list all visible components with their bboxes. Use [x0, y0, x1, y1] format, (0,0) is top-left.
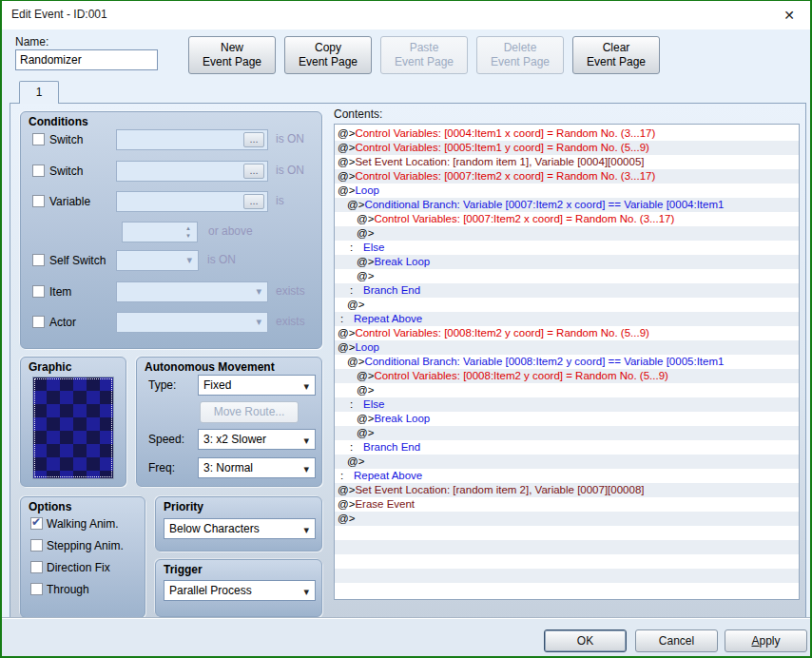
variable-value-spinner[interactable]: ▲▼	[122, 222, 198, 242]
condition-item-suffix: exists	[276, 284, 305, 298]
paste-event-page-button: PasteEvent Page	[380, 36, 468, 74]
empty-list-row	[335, 569, 799, 583]
variable-browse-button[interactable]: ...	[243, 194, 264, 209]
command-prefix: @>	[338, 142, 355, 153]
movement-type-dropdown[interactable]: Fixed ▾	[198, 375, 316, 396]
condition-switch1-checkbox[interactable]	[32, 133, 45, 145]
event-command-row[interactable]: :Repeat Above	[335, 469, 799, 483]
option-label: Walking Anim.	[47, 517, 119, 531]
event-command-row[interactable]: @>Control Variables: [0008:Item2 y coord…	[335, 326, 799, 340]
event-graphic-tile[interactable]	[32, 377, 114, 479]
event-command-row[interactable]: @>Conditional Branch: Variable [0008:Ite…	[335, 355, 799, 369]
movement-title: Autonomous Movement	[145, 360, 275, 374]
branch-colon-prefix: :	[340, 469, 354, 483]
switch1-browse-button[interactable]: ...	[243, 132, 264, 147]
condition-actor-checkbox[interactable]	[32, 316, 45, 328]
options-title: Options	[29, 500, 71, 513]
command-text: Erase Event	[355, 498, 415, 510]
empty-list-row	[335, 540, 799, 554]
trigger-dropdown[interactable]: Parallel Process ▾	[164, 580, 316, 601]
command-text: Control Variables: [0008:Item2 y coord] …	[374, 370, 667, 381]
event-command-row[interactable]: @>Control Variables: [0005:Item1 y coord…	[335, 141, 799, 155]
footer-bar: OKCancelApply	[2, 617, 810, 656]
copy-event-page-button[interactable]: CopyEvent Page	[284, 36, 372, 74]
command-text: Set Event Location: [random item 2], Var…	[355, 484, 644, 495]
move-route-button: Move Route...	[200, 401, 299, 423]
event-command-row[interactable]: @>Control Variables: [0008:Item2 y coord…	[335, 369, 799, 383]
priority-dropdown[interactable]: Below Characters ▾	[164, 518, 316, 539]
movement-panel: Autonomous Movement Type: Fixed ▾ Move R…	[136, 357, 322, 487]
new-event-page-button[interactable]: NewEvent Page	[188, 36, 276, 74]
condition-item-dropdown: ▾	[116, 281, 268, 302]
condition-item-checkbox[interactable]	[32, 285, 45, 298]
event-command-row[interactable]: @>	[335, 298, 799, 312]
command-prefix: @>	[338, 327, 355, 339]
apply-button[interactable]: Apply	[725, 629, 807, 652]
command-prefix: @>	[357, 427, 374, 438]
movement-speed-label: Speed:	[148, 433, 184, 446]
command-prefix: @>	[338, 513, 355, 524]
condition-actor-label: Actor	[49, 316, 76, 329]
event-command-row[interactable]: @>Conditional Branch: Variable [0007:Ite…	[335, 198, 799, 212]
option-checkbox-stepping-anim[interactable]	[30, 539, 43, 552]
option-checkbox-through[interactable]	[30, 583, 43, 595]
movement-speed-dropdown[interactable]: 3: x2 Slower ▾	[198, 429, 316, 450]
spinner-arrows-icon[interactable]: ▲▼	[182, 224, 195, 240]
event-command-row[interactable]: :Else	[335, 397, 799, 412]
event-command-row[interactable]: @>	[335, 512, 799, 526]
command-text: Else	[363, 398, 384, 410]
event-command-row[interactable]: @>Break Loop	[335, 412, 799, 426]
command-text: Break Loop	[374, 413, 430, 424]
event-command-row[interactable]: @>	[335, 426, 799, 440]
event-command-row[interactable]: @>	[335, 383, 799, 397]
option-checkbox-direction-fix[interactable]	[30, 561, 43, 573]
command-text: Conditional Branch: Variable [0008:Item2…	[364, 356, 724, 367]
command-prefix: @>	[357, 370, 374, 381]
switch2-browse-button[interactable]: ...	[243, 164, 264, 179]
condition-selfswitch-checkbox[interactable]	[32, 254, 45, 266]
command-prefix: @>	[357, 384, 374, 396]
branch-colon-prefix: :	[350, 440, 363, 455]
graphic-title: Graphic	[29, 360, 71, 374]
name-input[interactable]	[15, 49, 158, 70]
event-command-row[interactable]: :Branch End	[335, 440, 799, 455]
command-text: Control Variables: [0004:Item1 x coord] …	[355, 127, 655, 139]
event-command-row[interactable]: @>Break Loop	[335, 255, 799, 269]
event-command-row[interactable]: @>Control Variables: [0004:Item1 x coord…	[335, 126, 799, 141]
event-command-row[interactable]: @>Loop	[335, 184, 799, 198]
event-command-row[interactable]: :Branch End	[335, 283, 799, 298]
check-icon: ✔	[31, 515, 41, 529]
condition-item-label: Item	[49, 285, 71, 299]
condition-variable-checkbox[interactable]	[32, 195, 45, 207]
event-command-row[interactable]: :Else	[335, 241, 799, 255]
movement-type-label: Type:	[148, 378, 176, 392]
event-page-panel: Conditions Switch ... is ON Switch ... i…	[10, 103, 806, 618]
ok-button[interactable]: OK	[544, 629, 627, 652]
tab-page-1[interactable]: 1	[19, 81, 59, 104]
condition-switch2-checkbox[interactable]	[32, 164, 45, 177]
condition-switch1-field: ...	[116, 129, 268, 150]
empty-list-row	[335, 554, 799, 569]
event-command-row[interactable]: @>Loop	[335, 340, 799, 355]
event-command-row[interactable]: :Repeat Above	[335, 312, 799, 326]
branch-colon-prefix: :	[340, 312, 354, 326]
command-text: Control Variables: [0007:Item2 x coord] …	[355, 170, 655, 182]
event-command-row[interactable]: @>Set Event Location: [random item 2], V…	[335, 483, 799, 497]
option-checkbox-walking-anim[interactable]: ✔	[30, 517, 43, 530]
command-text: Loop	[355, 184, 379, 196]
event-command-row[interactable]: @>Control Variables: [0007:Item2 x coord…	[335, 212, 799, 226]
clear-event-page-button[interactable]: ClearEvent Page	[572, 36, 660, 74]
cancel-button[interactable]: Cancel	[635, 629, 718, 652]
event-command-row[interactable]: @>Control Variables: [0007:Item2 x coord…	[335, 169, 799, 184]
event-command-row[interactable]: @>Erase Event	[335, 497, 799, 512]
movement-freq-dropdown[interactable]: 3: Normal ▾	[198, 457, 316, 478]
event-command-row[interactable]: @>	[335, 455, 799, 469]
close-icon[interactable]: ✕	[779, 6, 800, 25]
command-prefix: @>	[357, 413, 374, 424]
event-command-row[interactable]: @>	[335, 226, 799, 241]
movement-freq-label: Freq:	[148, 461, 175, 474]
command-prefix: @>	[357, 256, 374, 267]
event-command-row[interactable]: @>Set Event Location: [random item 1], V…	[335, 155, 799, 169]
condition-switch2-label: Switch	[49, 164, 83, 178]
event-command-row[interactable]: @>	[335, 269, 799, 283]
